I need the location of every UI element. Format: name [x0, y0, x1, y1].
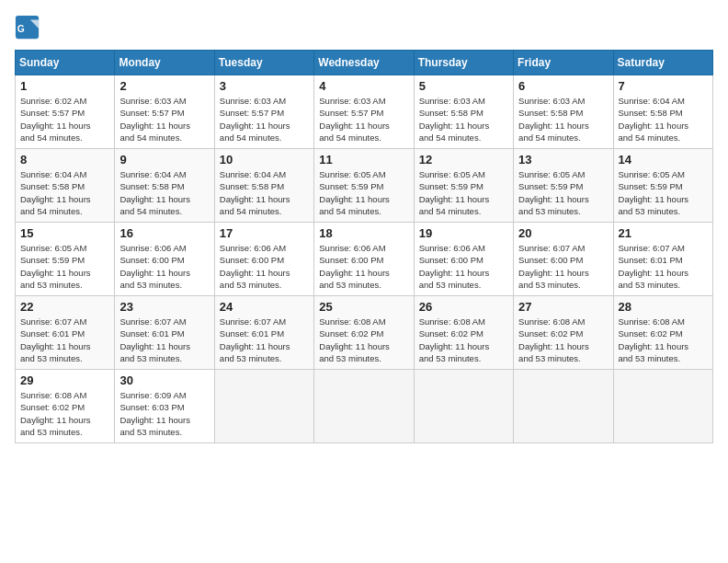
day-info: Sunrise: 6:05 AM Sunset: 5:59 PM Dayligh… [319, 168, 408, 217]
day-number: 24 [220, 300, 309, 314]
day-info: Sunrise: 6:09 AM Sunset: 6:03 PM Dayligh… [119, 389, 209, 438]
day-info: Sunrise: 6:05 AM Sunset: 5:59 PM Dayligh… [619, 168, 708, 217]
day-info: Sunrise: 6:05 AM Sunset: 5:59 PM Dayligh… [20, 242, 109, 291]
header-day-tuesday: Tuesday [214, 51, 313, 75]
calendar-cell: 22 Sunrise: 6:07 AM Sunset: 6:01 PM Dayl… [16, 296, 115, 370]
header-day-thursday: Thursday [414, 51, 513, 75]
logo-icon: G [15, 15, 40, 40]
calendar-cell: 19 Sunrise: 6:06 AM Sunset: 6:00 PM Dayl… [414, 223, 513, 296]
day-info: Sunrise: 6:03 AM Sunset: 5:58 PM Dayligh… [518, 95, 608, 144]
day-info: Sunrise: 6:04 AM Sunset: 5:58 PM Dayligh… [119, 168, 209, 217]
header-day-saturday: Saturday [613, 51, 712, 75]
calendar-cell: 28 Sunrise: 6:08 AM Sunset: 6:02 PM Dayl… [613, 296, 712, 370]
day-number: 14 [619, 153, 708, 167]
day-number: 13 [518, 153, 608, 167]
day-number: 20 [518, 226, 608, 240]
day-number: 23 [119, 300, 209, 314]
calendar-cell [214, 370, 313, 443]
calendar-cell: 26 Sunrise: 6:08 AM Sunset: 6:02 PM Dayl… [414, 296, 513, 370]
day-info: Sunrise: 6:07 AM Sunset: 6:01 PM Dayligh… [20, 316, 109, 364]
day-number: 4 [319, 79, 408, 93]
calendar-cell [514, 370, 613, 443]
header-day-wednesday: Wednesday [314, 51, 414, 75]
calendar-cell: 12 Sunrise: 6:05 AM Sunset: 5:59 PM Dayl… [414, 149, 513, 223]
day-number: 30 [119, 373, 209, 387]
day-number: 3 [220, 79, 309, 93]
day-info: Sunrise: 6:08 AM Sunset: 6:02 PM Dayligh… [319, 316, 408, 364]
day-number: 26 [419, 300, 508, 314]
day-number: 6 [518, 79, 608, 93]
day-number: 15 [20, 226, 109, 240]
day-info: Sunrise: 6:03 AM Sunset: 5:57 PM Dayligh… [220, 95, 309, 144]
calendar-cell: 4 Sunrise: 6:03 AM Sunset: 5:57 PM Dayli… [314, 75, 414, 149]
day-info: Sunrise: 6:03 AM Sunset: 5:57 PM Dayligh… [319, 95, 408, 144]
day-number: 28 [619, 300, 708, 314]
calendar-cell: 1 Sunrise: 6:02 AM Sunset: 5:57 PM Dayli… [16, 75, 115, 149]
week-row-2: 8 Sunrise: 6:04 AM Sunset: 5:58 PM Dayli… [16, 149, 713, 223]
day-info: Sunrise: 6:06 AM Sunset: 6:00 PM Dayligh… [319, 242, 408, 291]
calendar-cell [314, 370, 414, 443]
day-number: 5 [419, 79, 508, 93]
day-number: 19 [419, 226, 508, 240]
page-header: G [15, 15, 713, 40]
calendar-cell: 7 Sunrise: 6:04 AM Sunset: 5:58 PM Dayli… [613, 75, 712, 149]
week-row-5: 29 Sunrise: 6:08 AM Sunset: 6:02 PM Dayl… [16, 370, 713, 443]
day-info: Sunrise: 6:05 AM Sunset: 5:59 PM Dayligh… [518, 168, 608, 217]
calendar-cell: 16 Sunrise: 6:06 AM Sunset: 6:00 PM Dayl… [115, 223, 214, 296]
day-number: 21 [619, 226, 708, 240]
day-info: Sunrise: 6:07 AM Sunset: 6:00 PM Dayligh… [518, 242, 608, 291]
calendar-cell: 18 Sunrise: 6:06 AM Sunset: 6:00 PM Dayl… [314, 223, 414, 296]
day-number: 10 [220, 153, 309, 167]
day-number: 16 [119, 226, 209, 240]
day-info: Sunrise: 6:08 AM Sunset: 6:02 PM Dayligh… [419, 316, 508, 364]
calendar-table: SundayMondayTuesdayWednesdayThursdayFrid… [15, 50, 713, 443]
calendar-cell [414, 370, 513, 443]
calendar-cell: 20 Sunrise: 6:07 AM Sunset: 6:00 PM Dayl… [514, 223, 613, 296]
day-number: 17 [220, 226, 309, 240]
calendar-cell [613, 370, 712, 443]
calendar-cell: 15 Sunrise: 6:05 AM Sunset: 5:59 PM Dayl… [16, 223, 115, 296]
day-info: Sunrise: 6:04 AM Sunset: 5:58 PM Dayligh… [220, 168, 309, 217]
calendar-cell: 11 Sunrise: 6:05 AM Sunset: 5:59 PM Dayl… [314, 149, 414, 223]
header-day-friday: Friday [514, 51, 613, 75]
day-number: 22 [20, 300, 109, 314]
day-info: Sunrise: 6:04 AM Sunset: 5:58 PM Dayligh… [20, 168, 109, 217]
calendar-cell: 9 Sunrise: 6:04 AM Sunset: 5:58 PM Dayli… [115, 149, 214, 223]
day-info: Sunrise: 6:03 AM Sunset: 5:58 PM Dayligh… [419, 95, 508, 144]
day-info: Sunrise: 6:07 AM Sunset: 6:01 PM Dayligh… [619, 242, 708, 291]
day-info: Sunrise: 6:02 AM Sunset: 5:57 PM Dayligh… [20, 95, 109, 144]
day-info: Sunrise: 6:08 AM Sunset: 6:02 PM Dayligh… [518, 316, 608, 364]
header-day-sunday: Sunday [16, 51, 115, 75]
day-number: 29 [20, 373, 109, 387]
day-info: Sunrise: 6:08 AM Sunset: 6:02 PM Dayligh… [619, 316, 708, 364]
calendar-cell: 10 Sunrise: 6:04 AM Sunset: 5:58 PM Dayl… [214, 149, 313, 223]
day-number: 27 [518, 300, 608, 314]
week-row-1: 1 Sunrise: 6:02 AM Sunset: 5:57 PM Dayli… [16, 75, 713, 149]
day-info: Sunrise: 6:05 AM Sunset: 5:59 PM Dayligh… [419, 168, 508, 217]
day-info: Sunrise: 6:08 AM Sunset: 6:02 PM Dayligh… [20, 389, 109, 438]
calendar-cell: 29 Sunrise: 6:08 AM Sunset: 6:02 PM Dayl… [16, 370, 115, 443]
day-number: 2 [119, 79, 209, 93]
calendar-body: 1 Sunrise: 6:02 AM Sunset: 5:57 PM Dayli… [16, 75, 713, 443]
day-number: 18 [319, 226, 408, 240]
day-number: 7 [619, 79, 708, 93]
day-number: 1 [20, 79, 109, 93]
day-number: 25 [319, 300, 408, 314]
day-number: 8 [20, 153, 109, 167]
calendar-cell: 5 Sunrise: 6:03 AM Sunset: 5:58 PM Dayli… [414, 75, 513, 149]
calendar-cell: 3 Sunrise: 6:03 AM Sunset: 5:57 PM Dayli… [214, 75, 313, 149]
calendar-cell: 8 Sunrise: 6:04 AM Sunset: 5:58 PM Dayli… [16, 149, 115, 223]
day-info: Sunrise: 6:06 AM Sunset: 6:00 PM Dayligh… [419, 242, 508, 291]
calendar-cell: 6 Sunrise: 6:03 AM Sunset: 5:58 PM Dayli… [514, 75, 613, 149]
week-row-3: 15 Sunrise: 6:05 AM Sunset: 5:59 PM Dayl… [16, 223, 713, 296]
calendar-cell: 24 Sunrise: 6:07 AM Sunset: 6:01 PM Dayl… [214, 296, 313, 370]
day-info: Sunrise: 6:07 AM Sunset: 6:01 PM Dayligh… [119, 316, 209, 364]
day-number: 9 [119, 153, 209, 167]
calendar-cell: 23 Sunrise: 6:07 AM Sunset: 6:01 PM Dayl… [115, 296, 214, 370]
calendar-cell: 17 Sunrise: 6:06 AM Sunset: 6:00 PM Dayl… [214, 223, 313, 296]
day-info: Sunrise: 6:06 AM Sunset: 6:00 PM Dayligh… [119, 242, 209, 291]
day-number: 11 [319, 153, 408, 167]
calendar-cell: 13 Sunrise: 6:05 AM Sunset: 5:59 PM Dayl… [514, 149, 613, 223]
calendar-cell: 14 Sunrise: 6:05 AM Sunset: 5:59 PM Dayl… [613, 149, 712, 223]
header-row: SundayMondayTuesdayWednesdayThursdayFrid… [16, 51, 713, 75]
